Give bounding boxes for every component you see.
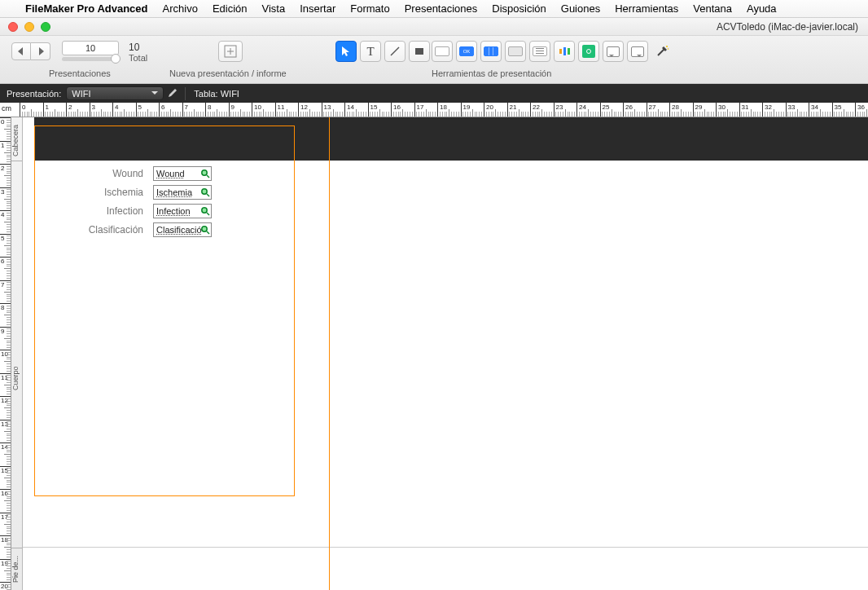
part-label-header[interactable]: Cabecera	[11, 121, 23, 160]
footer-part[interactable]	[34, 548, 868, 590]
field-label-ischemia: Ischemia	[55, 187, 153, 198]
field-row-infection: Infection Infection	[55, 204, 212, 218]
vertical-guide[interactable]	[329, 117, 330, 590]
tool-button[interactable]: OK	[456, 41, 477, 62]
field-label-clasificacion: Clasificación	[55, 224, 153, 236]
tool-chart[interactable]	[554, 41, 575, 62]
svg-line-19	[207, 231, 209, 234]
menu-presentaciones[interactable]: Presentaciones	[397, 2, 485, 15]
ruler-horizontal[interactable]: cm 0123456789101112131415161718192021222…	[0, 103, 868, 117]
field-wound[interactable]: Wound	[153, 166, 212, 181]
window-title: ACVToledo (iMac-de-javier.local)	[717, 21, 868, 33]
layout-toolbar: 10 10 Total Presentaciones Nueva present…	[0, 36, 868, 84]
field-label-infection: Infection	[55, 205, 153, 217]
svg-point-14	[202, 189, 207, 194]
tool-line[interactable]	[384, 41, 406, 62]
part-label-body[interactable]: Cuerpo	[11, 280, 23, 476]
tool-buttonbar[interactable]	[480, 41, 502, 62]
tool-popover-right[interactable]	[627, 41, 648, 62]
tool-pointer[interactable]	[335, 41, 357, 62]
layout-select-value: WIFI	[72, 89, 90, 99]
tool-field[interactable]	[432, 41, 453, 62]
menu-vista[interactable]: Vista	[255, 2, 293, 15]
lookup-icon	[200, 225, 210, 235]
field-label-wound: Wound	[55, 168, 153, 179]
svg-line-15	[207, 194, 209, 196]
tool-text[interactable]: T	[360, 41, 381, 62]
ruler-vertical[interactable]: 01234567891011121314151617181920	[0, 117, 11, 590]
zoom-window-button[interactable]	[41, 22, 50, 32]
svg-point-16	[202, 208, 207, 213]
menu-herramientas[interactable]: Herramientas	[607, 2, 686, 15]
total-block: 10 Total	[129, 42, 147, 63]
toolbar-label-presentaciones: Presentaciones	[49, 68, 111, 78]
menu-disposicion[interactable]: Disposición	[484, 2, 553, 15]
nav-back-button[interactable]	[11, 42, 31, 60]
field-row-wound: Wound Wound	[55, 166, 212, 181]
lookup-icon	[200, 206, 210, 216]
menu-insertar[interactable]: Insertar	[292, 2, 343, 15]
total-label: Total	[129, 53, 147, 63]
menu-formato[interactable]: Formato	[343, 2, 397, 15]
menu-archivo[interactable]: Archivo	[156, 2, 205, 15]
svg-point-12	[202, 170, 207, 175]
subbar-divider	[185, 87, 186, 100]
toolbar-label-nueva: Nueva presentación / informe	[169, 68, 287, 78]
parts-column[interactable]: Cabecera Cuerpo Pie de...	[11, 117, 23, 590]
window-titlebar: ACVToledo (iMac-de-javier.local)	[0, 18, 868, 36]
record-number-field[interactable]: 10	[62, 41, 119, 55]
svg-marker-5	[342, 46, 349, 56]
close-window-button[interactable]	[8, 22, 18, 32]
svg-line-8	[658, 49, 664, 55]
svg-marker-1	[39, 47, 44, 55]
layout-select[interactable]: WIFI	[66, 86, 164, 100]
edit-layout-icon[interactable]	[164, 88, 182, 99]
slider-thumb[interactable]	[111, 54, 121, 64]
menu-app[interactable]: FileMaker Pro Advanced	[18, 2, 156, 15]
field-row-clasificacion: Clasificación Clasificació	[55, 222, 212, 237]
lookup-icon	[200, 169, 210, 178]
tool-portal[interactable]	[529, 41, 550, 62]
menu-guiones[interactable]: Guiones	[554, 2, 607, 15]
lookup-icon	[200, 187, 210, 197]
nav-forward-button[interactable]	[31, 42, 50, 60]
svg-point-18	[202, 227, 207, 231]
field-ischemia[interactable]: Ischemia	[153, 185, 212, 200]
part-label-footer[interactable]: Pie de...	[11, 549, 23, 588]
subbar-tabla-label: Tabla: WIFI	[189, 89, 239, 99]
tool-tab[interactable]	[505, 41, 526, 62]
svg-line-17	[207, 213, 209, 215]
svg-marker-0	[18, 47, 23, 55]
toolbar-label-herramientas: Herramientas de presentación	[432, 68, 551, 78]
svg-line-13	[207, 175, 209, 178]
svg-line-6	[391, 47, 399, 55]
minimize-window-button[interactable]	[24, 22, 34, 32]
subbar-label-presentacion: Presentación:	[0, 89, 66, 99]
svg-rect-7	[415, 48, 423, 55]
field-row-ischemia: Ischemia Ischemia	[55, 185, 212, 200]
svg-point-10	[666, 46, 668, 47]
record-slider[interactable]: 10	[62, 41, 119, 61]
field-clasificacion[interactable]: Clasificació	[153, 222, 212, 237]
mac-menubar: FileMaker Pro Advanced Archivo Edición V…	[0, 0, 868, 18]
field-infection[interactable]: Infection	[153, 204, 212, 218]
menu-ayuda[interactable]: Ayuda	[739, 2, 784, 15]
new-layout-button[interactable]	[218, 41, 243, 62]
svg-point-11	[668, 48, 669, 50]
layout-canvas[interactable]: Wound Wound Ischemia Ischemia Infection …	[23, 117, 868, 590]
tool-format-painter[interactable]	[651, 41, 673, 62]
tool-rectangle[interactable]	[409, 41, 430, 62]
menu-ventana[interactable]: Ventana	[686, 2, 739, 15]
menu-edicion[interactable]: Edición	[205, 2, 255, 15]
selection-rectangle[interactable]	[34, 125, 295, 496]
total-count: 10	[129, 42, 147, 53]
tool-popover-left[interactable]	[603, 41, 624, 62]
layout-subbar: Presentación: WIFI Tabla: WIFI	[0, 84, 868, 103]
ruler-unit-label: cm	[2, 104, 11, 112]
tool-webviewer[interactable]	[578, 41, 599, 62]
